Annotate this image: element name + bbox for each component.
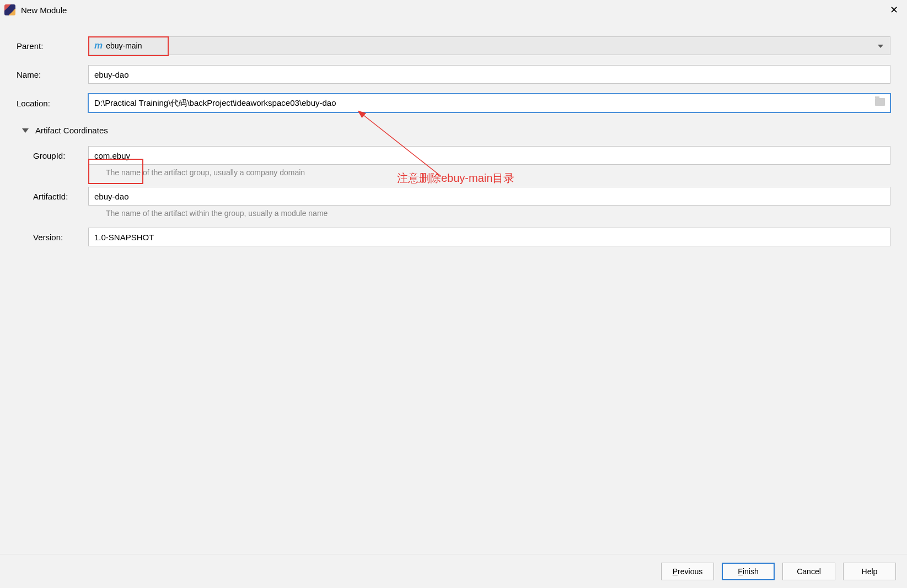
location-input[interactable] <box>88 94 890 112</box>
cancel-button[interactable]: Cancel <box>782 563 835 580</box>
version-row: Version: <box>17 228 890 246</box>
artifactid-row: ArtifactId: <box>17 187 890 206</box>
parent-row: Parent: m ebuy-main <box>17 36 890 55</box>
name-row: Name: <box>17 65 890 84</box>
maven-icon: m <box>94 40 103 51</box>
finish-button[interactable]: Finish <box>722 563 775 580</box>
location-row: Location: <box>17 94 890 112</box>
artifactid-helper: The name of the artifact within the grou… <box>106 209 890 218</box>
footer: Previous Finish Cancel Help <box>0 554 907 588</box>
version-input[interactable] <box>88 228 890 246</box>
annotation-text: 注意删除ebuy-main目录 <box>397 171 514 186</box>
parent-value: ebuy-main <box>106 41 142 50</box>
previous-button[interactable]: Previous <box>661 563 714 580</box>
artifact-coordinates-header[interactable]: Artifact Coordinates <box>22 126 890 135</box>
chevron-down-icon <box>22 128 29 133</box>
artifact-coordinates-label: Artifact Coordinates <box>35 126 108 135</box>
groupid-input[interactable] <box>88 146 890 165</box>
help-button[interactable]: Help <box>843 563 896 580</box>
groupid-label: GroupId: <box>17 151 88 160</box>
parent-dropdown[interactable]: m ebuy-main <box>88 36 890 55</box>
version-label: Version: <box>17 233 88 242</box>
window-title: New Module <box>21 6 67 15</box>
artifactid-label: ArtifactId: <box>17 192 88 201</box>
groupid-row: GroupId: <box>17 146 890 165</box>
intellij-icon <box>4 4 15 15</box>
content-area: Parent: m ebuy-main Name: Location: Arti… <box>0 20 907 246</box>
close-icon[interactable]: ✕ <box>885 4 903 16</box>
location-label: Location: <box>17 99 88 108</box>
name-label: Name: <box>17 70 88 79</box>
parent-label: Parent: <box>17 41 88 51</box>
name-input[interactable] <box>88 65 890 84</box>
folder-icon[interactable] <box>875 98 885 106</box>
artifactid-input[interactable] <box>88 187 890 206</box>
titlebar: New Module ✕ <box>0 0 907 20</box>
